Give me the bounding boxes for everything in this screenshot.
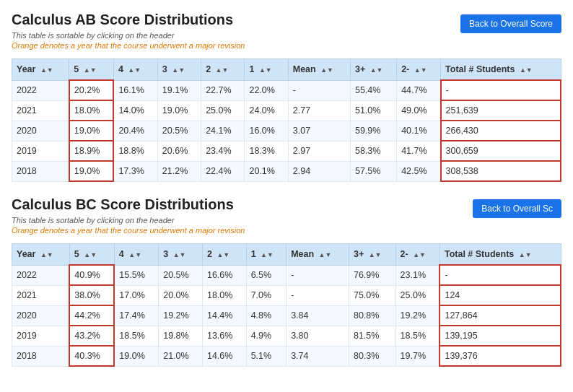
ab-subtitle: This table is sortable by clicking on th… (12, 31, 453, 40)
ab-col-3plus[interactable]: 3+ ▲▼ (350, 59, 396, 81)
table-cell: 2021 (12, 285, 70, 305)
table-cell: 2.97 (288, 141, 350, 161)
table-cell: 25.0% (201, 100, 245, 121)
table-cell: 58.3% (350, 141, 396, 161)
bc-col-2minus[interactable]: 2- ▲▼ (395, 244, 439, 266)
table-cell: 4.9% (246, 326, 286, 346)
table-cell: 22.4% (201, 161, 245, 181)
table-cell: 55.4% (350, 80, 396, 100)
table-cell: 2018 (12, 346, 70, 366)
table-cell: 49.0% (397, 100, 441, 121)
bc-col-mean[interactable]: Mean ▲▼ (286, 244, 349, 266)
bc-col-5[interactable]: 5 ▲▼ (69, 244, 114, 266)
table-cell: 21.0% (159, 346, 203, 366)
ab-col-year[interactable]: Year ▲▼ (12, 59, 69, 81)
bc-table-header-row: Year ▲▼ 5 ▲▼ 4 ▲▼ 3 ▲▼ 2 ▲▼ 1 ▲▼ Mean ▲▼… (12, 244, 561, 266)
table-cell: 124 (439, 285, 561, 305)
table-cell: 16.1% (113, 80, 157, 100)
table-cell: 51.0% (350, 100, 396, 121)
table-row: 201943.2%18.5%19.8%13.6%4.9%3.8081.5%18.… (12, 326, 561, 346)
ab-col-mean[interactable]: Mean ▲▼ (288, 59, 350, 81)
table-cell: 57.5% (350, 161, 396, 181)
table-cell: 81.5% (349, 326, 395, 346)
table-row: 202138.0%17.0%20.0%18.0%7.0%-75.0%25.0%1… (12, 285, 561, 305)
table-cell: 23.4% (201, 141, 245, 161)
table-cell: 5.1% (246, 346, 286, 366)
bc-orange-note: Orange denotes a year that the course un… (12, 226, 465, 235)
table-cell: 2021 (12, 100, 69, 121)
ab-col-5[interactable]: 5 ▲▼ (69, 59, 114, 81)
ab-col-3[interactable]: 3 ▲▼ (157, 59, 201, 81)
ab-back-button[interactable]: Back to Overall Score (460, 14, 561, 33)
bc-back-button[interactable]: Back to Overall Sc (473, 199, 561, 218)
table-cell: 18.5% (114, 326, 158, 346)
table-cell: 15.5% (114, 265, 158, 285)
table-cell: 19.0% (114, 346, 158, 366)
table-cell: 251,639 (441, 100, 561, 121)
table-row: 202118.0%14.0%19.0%25.0%24.0%2.7751.0%49… (12, 100, 561, 121)
calculus-bc-section: Calculus BC Score Distributions This tab… (12, 196, 561, 367)
table-cell: 20.1% (245, 161, 288, 181)
table-cell: 20.5% (159, 265, 203, 285)
ab-col-1[interactable]: 1 ▲▼ (245, 59, 288, 81)
table-cell: 25.0% (395, 285, 439, 305)
bc-col-3plus[interactable]: 3+ ▲▼ (349, 244, 395, 266)
ab-col-total[interactable]: Total # Students ▲▼ (441, 59, 561, 81)
bc-col-2[interactable]: 2 ▲▼ (202, 244, 246, 266)
table-cell: 2022 (12, 80, 69, 100)
table-cell: 17.3% (113, 161, 157, 181)
bc-col-1[interactable]: 1 ▲▼ (246, 244, 286, 266)
ab-col-2[interactable]: 2 ▲▼ (201, 59, 245, 81)
table-cell: - (286, 265, 349, 285)
ab-table: Year ▲▼ 5 ▲▼ 4 ▲▼ 3 ▲▼ 2 ▲▼ 1 ▲▼ Mean ▲▼… (12, 58, 561, 182)
table-cell: 3.84 (286, 305, 349, 326)
calculus-ab-section: Calculus AB Score Distributions This tab… (12, 12, 561, 182)
table-cell: 18.9% (69, 141, 114, 161)
table-cell: 3.80 (286, 326, 349, 346)
table-cell: 23.1% (395, 265, 439, 285)
ab-col-2minus[interactable]: 2- ▲▼ (397, 59, 441, 81)
table-cell: 22.0% (245, 80, 288, 100)
table-cell: 2.77 (288, 100, 350, 121)
table-cell: 20.4% (113, 121, 157, 141)
table-cell: 14.4% (202, 305, 246, 326)
ab-orange-note: Orange denotes a year that the course un… (12, 41, 453, 50)
table-cell: 80.8% (349, 305, 395, 326)
table-cell: 300,659 (441, 141, 561, 161)
bc-col-3[interactable]: 3 ▲▼ (159, 244, 203, 266)
table-cell: 127,864 (439, 305, 561, 326)
table-cell: 16.6% (202, 265, 246, 285)
table-cell: 16.0% (245, 121, 288, 141)
bc-col-4[interactable]: 4 ▲▼ (114, 244, 158, 266)
bc-col-total[interactable]: Total # Students ▲▼ (439, 244, 561, 266)
table-cell: 24.1% (201, 121, 245, 141)
table-cell: 139,376 (439, 346, 561, 366)
table-cell: 2018 (12, 161, 69, 181)
table-cell: 7.0% (246, 285, 286, 305)
table-cell: 20.2% (69, 80, 114, 100)
table-cell: 3.07 (288, 121, 350, 141)
table-cell: 2020 (12, 121, 69, 141)
table-row: 202220.2%16.1%19.1%22.7%22.0%-55.4%44.7%… (12, 80, 561, 100)
table-cell: 38.0% (69, 285, 114, 305)
table-cell: 19.0% (157, 100, 201, 121)
ab-table-header-row: Year ▲▼ 5 ▲▼ 4 ▲▼ 3 ▲▼ 2 ▲▼ 1 ▲▼ Mean ▲▼… (12, 59, 561, 81)
table-cell: 18.5% (395, 326, 439, 346)
table-cell: 17.4% (114, 305, 158, 326)
ab-header: Calculus AB Score Distributions This tab… (12, 12, 561, 56)
table-cell: 4.8% (246, 305, 286, 326)
table-cell: 41.7% (397, 141, 441, 161)
table-cell: 40.9% (69, 265, 114, 285)
table-cell: 40.1% (397, 121, 441, 141)
table-cell: 2019 (12, 326, 70, 346)
table-cell: 19.0% (69, 121, 114, 141)
table-cell: 18.0% (69, 100, 114, 121)
table-cell: 42.5% (397, 161, 441, 181)
table-cell: 2022 (12, 265, 70, 285)
table-cell: 43.2% (69, 326, 114, 346)
table-cell: 76.9% (349, 265, 395, 285)
ab-title: Calculus AB Score Distributions (12, 12, 453, 28)
ab-col-4[interactable]: 4 ▲▼ (113, 59, 157, 81)
bc-col-year[interactable]: Year ▲▼ (12, 244, 70, 266)
table-cell: 2.94 (288, 161, 350, 181)
